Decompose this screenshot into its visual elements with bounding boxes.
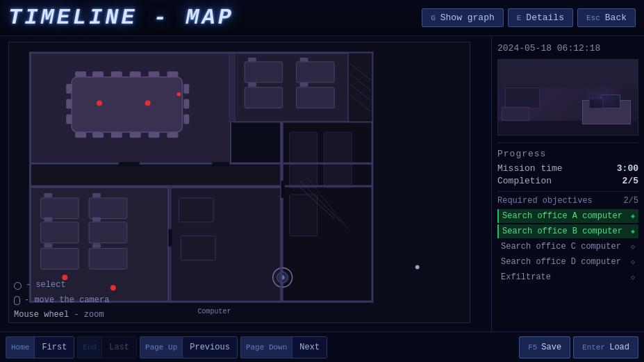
- svg-rect-39: [248, 83, 256, 87]
- map-area[interactable]: Computer - select - move the camera Mous…: [0, 36, 491, 331]
- previous-label: Previous: [183, 337, 237, 358]
- move-hint: - move the camera: [24, 294, 109, 307]
- mission-time-row: Mission time 3:00: [497, 163, 638, 174]
- end-kbd: End: [78, 337, 102, 358]
- obj-label-3: Search office D computer: [501, 257, 621, 267]
- svg-rect-25: [66, 84, 72, 94]
- back-button[interactable]: Esc Back: [577, 8, 636, 27]
- pagedown-next-button[interactable]: Page Down Next: [240, 336, 327, 359]
- obj-diamond-0: ◈: [631, 212, 635, 220]
- svg-rect-61: [92, 244, 101, 248]
- app-title: TIMELINE - MAP: [8, 5, 418, 31]
- footer: Home First End Last Page Up Previous Pag…: [0, 331, 644, 362]
- svg-rect-23: [149, 132, 160, 138]
- objectives-section: Required objectives 2/5 Search office A …: [497, 191, 638, 331]
- svg-point-31: [97, 101, 102, 106]
- progress-section: Progress Mission time 3:00 Completion 2/…: [497, 142, 638, 188]
- svg-rect-64: [179, 198, 213, 222]
- progress-title: Progress: [497, 149, 638, 159]
- objective-row-0: Search office A computer ◈: [497, 209, 638, 223]
- main-area: Computer - select - move the camera Mous…: [0, 36, 644, 331]
- svg-rect-17: [149, 72, 160, 77]
- svg-rect-58: [44, 244, 52, 248]
- obj-diamond-3: ◇: [631, 258, 635, 266]
- save-label: Save: [541, 343, 561, 352]
- svg-rect-34: [245, 62, 283, 83]
- svg-rect-77: [281, 181, 285, 198]
- map-controls-hint: - select - move the camera Mouse wheel -…: [14, 279, 109, 322]
- svg-rect-52: [40, 249, 79, 270]
- select-hint: - select: [26, 279, 66, 292]
- obj-label-4: Exfiltrate: [501, 272, 551, 282]
- pageup-kbd: Page Up: [140, 337, 183, 358]
- completion-value: 2/5: [622, 176, 638, 186]
- scene-preview: [497, 59, 638, 135]
- svg-rect-28: [183, 84, 189, 94]
- svg-rect-21: [111, 132, 122, 138]
- home-first-button[interactable]: Home First: [6, 336, 74, 359]
- svg-rect-53: [89, 198, 127, 219]
- svg-rect-51: [40, 222, 79, 243]
- enter-load-button[interactable]: Enter Load: [573, 336, 638, 359]
- timestamp: 2024-05-18 06:12:18: [497, 42, 638, 55]
- zoom-hint: Mouse wheel - zoom: [14, 308, 104, 322]
- svg-rect-54: [89, 222, 127, 243]
- objectives-header: Required objectives 2/5: [497, 196, 638, 206]
- obj-diamond-2: ◇: [631, 242, 635, 251]
- obj-label-0: Search office A computer: [502, 211, 622, 221]
- svg-rect-12: [72, 77, 182, 133]
- back-kbd: Esc: [586, 14, 600, 22]
- pageup-previous-button[interactable]: Page Up Previous: [140, 336, 238, 359]
- svg-rect-37: [297, 88, 335, 108]
- svg-rect-19: [75, 132, 86, 138]
- svg-rect-13: [75, 72, 86, 77]
- svg-rect-44: [290, 132, 317, 188]
- sidebar: 2024-05-18 06:12:18 Progress Mission tim…: [491, 36, 644, 331]
- show-graph-kbd: G: [431, 14, 436, 22]
- show-graph-button[interactable]: G Show graph: [422, 8, 504, 27]
- svg-rect-65: [181, 236, 215, 261]
- svg-rect-36: [297, 62, 335, 83]
- svg-rect-18: [167, 72, 179, 77]
- obj-diamond-1: ◈: [631, 227, 635, 236]
- f5-save-button[interactable]: F5 Save: [519, 336, 570, 359]
- svg-rect-50: [40, 198, 79, 219]
- svg-rect-26: [66, 99, 72, 109]
- svg-rect-22: [130, 132, 141, 138]
- details-button[interactable]: E Details: [508, 8, 573, 27]
- objective-row-2: Search office C computer ◇: [497, 240, 638, 254]
- svg-rect-41: [300, 83, 308, 87]
- objectives-list: Search office A computer ◈Search office …: [497, 209, 638, 284]
- first-label: First: [35, 337, 74, 358]
- svg-rect-14: [92, 72, 104, 77]
- svg-point-32: [145, 101, 151, 106]
- obj-label-2: Search office C computer: [501, 242, 621, 252]
- svg-rect-16: [130, 72, 141, 77]
- objective-row-1: Search office B computer ◈: [497, 224, 638, 238]
- details-kbd: E: [517, 14, 522, 22]
- objectives-title: Required objectives: [497, 196, 593, 206]
- last-label: Last: [102, 337, 136, 358]
- svg-point-33: [176, 92, 181, 97]
- svg-rect-35: [245, 88, 283, 108]
- svg-rect-60: [92, 217, 101, 222]
- end-last-button: End Last: [77, 336, 137, 359]
- obj-label-1: Search office B computer: [502, 227, 622, 236]
- details-label: Details: [526, 13, 564, 23]
- svg-rect-42: [229, 53, 235, 122]
- home-kbd: Home: [6, 337, 35, 358]
- mission-time-value: 3:00: [617, 163, 638, 174]
- svg-rect-29: [183, 99, 189, 109]
- svg-rect-45: [324, 132, 352, 188]
- svg-rect-46: [290, 195, 317, 236]
- header: TIMELINE - MAP G Show graph E Details Es…: [0, 0, 644, 36]
- svg-rect-24: [167, 132, 179, 138]
- pagedown-kbd: Page Down: [241, 337, 292, 358]
- next-label: Next: [292, 337, 327, 358]
- svg-rect-40: [300, 58, 308, 62]
- objective-row-3: Search office D computer ◇: [497, 255, 638, 269]
- enter-kbd: Enter: [582, 343, 605, 352]
- objective-row-4: Exfiltrate ◇: [497, 270, 638, 284]
- mission-time-label: Mission time: [497, 163, 563, 174]
- svg-rect-74: [119, 162, 140, 166]
